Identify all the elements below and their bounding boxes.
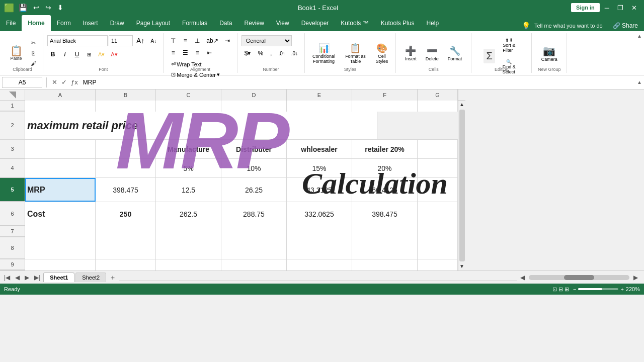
cell-a3[interactable] bbox=[25, 140, 96, 158]
bold-button[interactable]: B bbox=[47, 49, 58, 60]
redo-icon[interactable]: ↪ bbox=[44, 3, 53, 13]
align-right-button[interactable]: ≡ bbox=[192, 47, 203, 58]
cell-a4[interactable] bbox=[25, 159, 96, 177]
tab-help[interactable]: Help bbox=[420, 15, 445, 31]
currency-button[interactable]: $▾ bbox=[242, 48, 254, 59]
scroll-thumb[interactable] bbox=[459, 110, 465, 261]
cell-e8[interactable] bbox=[287, 237, 352, 259]
insert-function-icon[interactable]: ƒx bbox=[70, 77, 79, 87]
cell-c9[interactable] bbox=[156, 259, 221, 270]
cell-g6[interactable] bbox=[418, 202, 458, 226]
autosum-button[interactable]: Σ bbox=[484, 49, 495, 63]
h-scroll-right-button[interactable]: ▶ bbox=[631, 273, 640, 282]
cell-a5[interactable]: MRP bbox=[25, 178, 96, 202]
percent-button[interactable]: % bbox=[255, 48, 266, 59]
cell-e4[interactable]: 15% bbox=[287, 159, 352, 177]
tab-file[interactable]: File bbox=[0, 15, 22, 31]
italic-button[interactable]: I bbox=[59, 49, 70, 60]
cell-a1[interactable] bbox=[25, 101, 96, 112]
cell-c3[interactable]: Manufacture bbox=[156, 140, 221, 158]
cell-g4[interactable] bbox=[418, 159, 458, 177]
cancel-formula-icon[interactable]: ✕ bbox=[51, 77, 58, 87]
cell-b5[interactable]: 398.475 bbox=[96, 178, 156, 202]
cell-c7[interactable] bbox=[156, 226, 221, 237]
scroll-up-button[interactable]: ▲ bbox=[458, 101, 466, 109]
restore-button[interactable]: ❐ bbox=[614, 4, 626, 12]
cell-e6[interactable]: 332.0625 bbox=[287, 202, 352, 226]
cell-e3[interactable]: whloesaler bbox=[287, 140, 352, 158]
cell-d3[interactable]: Distributer bbox=[221, 140, 287, 158]
cell-e5[interactable]: 43.3125 bbox=[287, 178, 352, 202]
cell-g9[interactable] bbox=[418, 259, 458, 270]
col-header-c[interactable]: C bbox=[156, 89, 221, 101]
cell-b6[interactable]: 250 bbox=[96, 202, 156, 226]
col-header-f[interactable]: F bbox=[352, 89, 418, 101]
undo-icon[interactable]: ↩ bbox=[32, 3, 41, 13]
row-header-7[interactable]: 7 bbox=[0, 226, 25, 237]
cell-d1[interactable] bbox=[221, 101, 287, 112]
tab-data[interactable]: Data bbox=[213, 15, 238, 31]
cell-c1[interactable] bbox=[156, 101, 221, 112]
cell-c4[interactable]: 5% bbox=[156, 159, 221, 177]
formula-input[interactable] bbox=[81, 78, 635, 87]
cell-e9[interactable] bbox=[287, 259, 352, 270]
cell-d8[interactable] bbox=[221, 237, 287, 259]
cell-a2[interactable]: maximum retail price bbox=[25, 112, 377, 139]
vertical-scrollbar[interactable]: ▲ ▼ bbox=[458, 101, 465, 270]
tab-draw[interactable]: Draw bbox=[104, 15, 130, 31]
col-header-a[interactable]: A bbox=[25, 89, 96, 101]
paste-button[interactable]: 📋 Paste bbox=[6, 44, 26, 63]
sort-filter-button[interactable]: ⬆⬇ Sort & Filter bbox=[499, 35, 519, 55]
cell-b4[interactable] bbox=[96, 159, 156, 177]
cell-f1[interactable] bbox=[352, 101, 418, 112]
cell-b7[interactable] bbox=[96, 226, 156, 237]
copy-button[interactable]: ⎘ bbox=[28, 49, 39, 58]
indent-increase-button[interactable]: ⇤ bbox=[204, 47, 215, 58]
decrease-decimal-button[interactable]: .0↓ bbox=[289, 48, 300, 59]
underline-button[interactable]: U bbox=[71, 49, 83, 60]
cell-f8[interactable] bbox=[352, 237, 418, 259]
cut-button[interactable]: ✂ bbox=[28, 38, 39, 48]
zoom-in-icon[interactable]: + bbox=[620, 286, 623, 292]
share-button[interactable]: 🔗 Share bbox=[607, 20, 644, 31]
ribbon-collapse-button[interactable]: ▲ bbox=[637, 33, 642, 73]
align-middle-button[interactable]: ≡ bbox=[180, 35, 191, 46]
increase-decimal-button[interactable]: .0↑ bbox=[276, 48, 287, 59]
cell-a9[interactable] bbox=[25, 259, 96, 270]
tab-review[interactable]: Review bbox=[238, 15, 270, 31]
sheet-nav-first[interactable]: |◀ bbox=[2, 273, 12, 282]
cell-b9[interactable] bbox=[96, 259, 156, 270]
name-box[interactable] bbox=[2, 77, 42, 88]
scroll-down-button[interactable]: ▼ bbox=[458, 262, 466, 270]
cell-d4[interactable]: 10% bbox=[221, 159, 287, 177]
cell-d9[interactable] bbox=[221, 259, 287, 270]
cell-b3[interactable] bbox=[96, 140, 156, 158]
fill-color-button[interactable]: A▾ bbox=[96, 49, 107, 60]
tell-me-input[interactable]: Tell me what you want to do bbox=[534, 23, 603, 29]
zoom-out-icon[interactable]: − bbox=[573, 286, 576, 292]
row-header-6[interactable]: 6 bbox=[0, 202, 25, 226]
row-header-1[interactable]: 1 bbox=[0, 101, 25, 111]
zoom-slider[interactable] bbox=[578, 288, 618, 290]
row-header-3[interactable]: 3 bbox=[0, 140, 25, 158]
cell-c6[interactable]: 262.5 bbox=[156, 202, 221, 226]
close-button[interactable]: ✕ bbox=[628, 4, 640, 12]
cell-f6[interactable]: 398.475 bbox=[352, 202, 418, 226]
cell-f5[interactable]: 66.4125 bbox=[352, 178, 418, 202]
col-header-e[interactable]: E bbox=[287, 89, 352, 101]
font-name-input[interactable] bbox=[47, 35, 108, 46]
confirm-formula-icon[interactable]: ✓ bbox=[60, 77, 68, 87]
tab-home[interactable]: Home bbox=[22, 15, 50, 31]
format-as-table-button[interactable]: 📋 Format as Table bbox=[342, 40, 369, 66]
cell-g3[interactable] bbox=[418, 140, 458, 158]
formula-bar-expand[interactable]: ▲ bbox=[637, 79, 642, 85]
tab-form[interactable]: Form bbox=[51, 15, 77, 31]
customize-qat-icon[interactable]: ⬇ bbox=[56, 3, 65, 13]
cell-f7[interactable] bbox=[352, 226, 418, 237]
comma-button[interactable]: , bbox=[267, 48, 275, 59]
cell-g7[interactable] bbox=[418, 226, 458, 237]
sheet-nav-next[interactable]: ▶ bbox=[23, 273, 31, 282]
sheet-nav-last[interactable]: ▶| bbox=[32, 273, 42, 282]
border-button[interactable]: ⊞ bbox=[84, 49, 95, 60]
minimize-button[interactable]: ─ bbox=[602, 4, 612, 12]
